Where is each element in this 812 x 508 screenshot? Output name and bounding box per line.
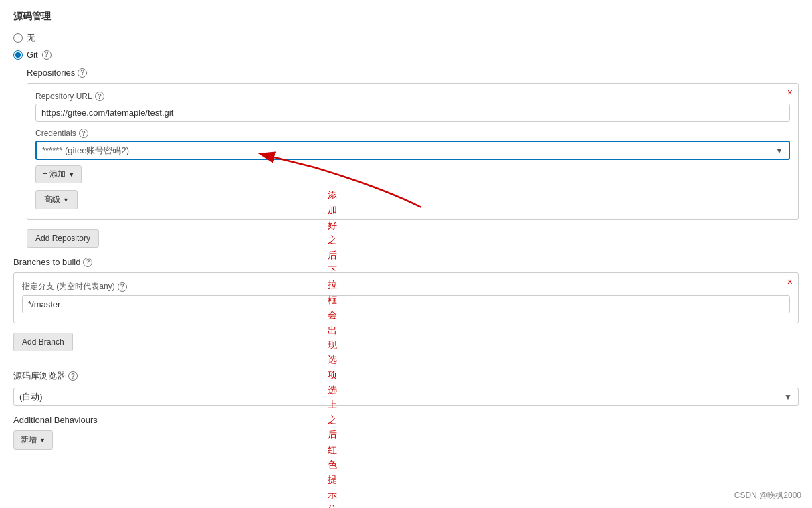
add-repository-btn[interactable]: Add Repository xyxy=(27,229,99,248)
branch-specifier-help-icon[interactable]: ? xyxy=(118,282,127,292)
branch-specifier-input[interactable] xyxy=(22,295,790,313)
repo-url-input[interactable] xyxy=(35,104,790,122)
add-more-label: 新增 xyxy=(21,434,37,446)
add-credentials-label: + 添加 xyxy=(43,169,66,180)
add-more-btn[interactable]: 新增 ▼ xyxy=(13,430,53,450)
page-container: 源码管理 无 Git ? Repositories ? × Repository… xyxy=(0,0,812,508)
radio-none[interactable] xyxy=(13,33,23,43)
branches-label-row: Branches to build ? xyxy=(13,257,799,267)
add-branch-btn[interactable]: Add Branch xyxy=(13,333,73,351)
repositories-label-row: Repositories ? xyxy=(27,68,799,78)
advanced-btn[interactable]: 高级 ▼ xyxy=(35,190,78,209)
repositories-help-icon[interactable]: ? xyxy=(78,68,87,78)
git-help-icon[interactable]: ? xyxy=(42,50,52,60)
branch-close-btn[interactable]: × xyxy=(787,277,793,286)
add-more-arrow: ▼ xyxy=(39,437,45,444)
branch-box: × 指定分支 (为空时代表any) ? xyxy=(13,272,799,323)
additional-label: Additional Behaviours xyxy=(13,415,799,425)
add-credentials-arrow: ▼ xyxy=(68,171,74,178)
browser-select[interactable]: (自动) xyxy=(13,388,799,406)
branches-help-icon[interactable]: ? xyxy=(83,258,92,267)
radio-git-item: Git ? xyxy=(13,50,799,60)
watermark: CSDN @晚枫2000 xyxy=(734,490,801,501)
branches-section: Branches to build ? × 指定分支 (为空时代表any) ? … xyxy=(13,257,799,361)
radio-none-item: 无 xyxy=(13,32,799,44)
repositories-label: Repositories xyxy=(27,68,75,78)
repository-close-btn[interactable]: × xyxy=(787,88,793,97)
credentials-select-wrapper: ****** (gitee账号密码2) ▼ xyxy=(35,141,790,160)
page-title: 源码管理 xyxy=(13,11,799,23)
credentials-label: Credentials xyxy=(35,129,76,138)
browser-label-row: 源码库浏览器 ? xyxy=(13,370,799,382)
add-credentials-btn[interactable]: + 添加 ▼ xyxy=(35,165,82,183)
radio-git[interactable] xyxy=(13,50,23,60)
browser-help-icon[interactable]: ? xyxy=(68,371,78,381)
advanced-section: 高级 ▼ xyxy=(35,183,790,209)
scm-radio-group: 无 Git ? xyxy=(13,32,799,60)
credentials-section: Credentials ? ****** (gitee账号密码2) ▼ + 添加… xyxy=(35,129,790,183)
repo-url-label-row: Repository URL ? xyxy=(35,92,790,101)
additional-section: Additional Behaviours 新增 ▼ xyxy=(13,415,799,450)
repository-box: × Repository URL ? Credentials ? ****** … xyxy=(27,83,799,220)
branch-specifier-label: 指定分支 (为空时代表any) xyxy=(22,281,115,292)
branch-specifier-label-row: 指定分支 (为空时代表any) ? xyxy=(22,281,790,292)
radio-git-label: Git xyxy=(27,50,38,60)
credentials-select[interactable]: ****** (gitee账号密码2) xyxy=(35,141,790,160)
browser-select-wrapper: (自动) ▼ xyxy=(13,388,799,406)
repo-url-help-icon[interactable]: ? xyxy=(95,92,104,101)
branches-label: Branches to build xyxy=(13,257,80,267)
radio-none-label: 无 xyxy=(27,32,35,44)
credentials-help-icon[interactable]: ? xyxy=(79,129,88,138)
repositories-section: Repositories ? × Repository URL ? Creden… xyxy=(27,68,799,257)
advanced-label: 高级 xyxy=(44,194,60,205)
credentials-label-row: Credentials ? xyxy=(35,129,790,138)
radio-git-label-wrapper: Git ? xyxy=(27,50,52,60)
browser-label: 源码库浏览器 xyxy=(13,370,66,382)
repo-url-label: Repository URL xyxy=(35,92,92,101)
advanced-arrow: ▼ xyxy=(63,197,69,203)
browser-section: 源码库浏览器 ? (自动) ▼ xyxy=(13,370,799,406)
